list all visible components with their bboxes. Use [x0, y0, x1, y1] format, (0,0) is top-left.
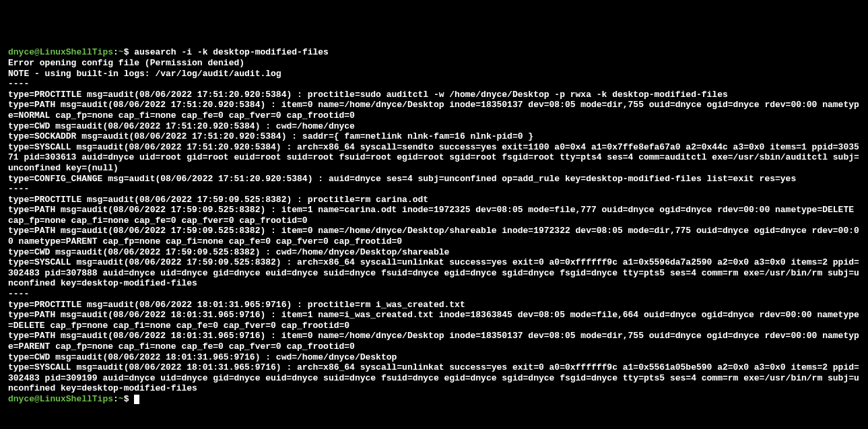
- output-line: type=PROCTITLE msg=audit(08/06/2022 17:5…: [8, 195, 428, 205]
- output-line: type=SYSCALL msg=audit(08/06/2022 18:01:…: [8, 362, 859, 393]
- output-line: type=PROCTITLE msg=audit(08/06/2022 18:0…: [8, 300, 465, 310]
- output-line: type=SOCKADDR msg=audit(08/06/2022 17:51…: [8, 131, 533, 141]
- output-line: type=SYSCALL msg=audit(08/06/2022 17:51:…: [8, 142, 859, 173]
- output-line: type=CWD msg=audit(08/06/2022 18:01:31.9…: [8, 352, 397, 362]
- prompt-sep: :: [113, 47, 119, 57]
- output-separator: ----: [8, 289, 29, 299]
- output-line: type=PATH msg=audit(08/06/2022 17:59:09.…: [8, 205, 859, 226]
- prompt-dollar: $: [124, 47, 135, 57]
- output-line: type=PROCTITLE msg=audit(08/06/2022 17:5…: [8, 90, 728, 100]
- output-line: type=CONFIG_CHANGE msg=audit(08/06/2022 …: [8, 174, 796, 184]
- output-separator: ----: [8, 184, 29, 194]
- command-text: ausearch -i -k desktop-modified-files: [134, 47, 329, 57]
- output-line: type=PATH msg=audit(08/06/2022 18:01:31.…: [8, 310, 859, 331]
- terminal-window[interactable]: dnyce@LinuxShellTips:~$ ausearch -i -k d…: [8, 47, 860, 404]
- output-line: type=PATH msg=audit(08/06/2022 17:51:20.…: [8, 100, 859, 121]
- prompt-sep: :: [113, 394, 119, 404]
- output-line: Error opening config file (Permission de…: [8, 58, 244, 68]
- output-line: type=PATH msg=audit(08/06/2022 18:01:31.…: [8, 331, 859, 352]
- prompt-dollar: $: [124, 394, 135, 404]
- output-line: NOTE - using built-in logs: /var/log/aud…: [8, 69, 281, 79]
- output-line: type=CWD msg=audit(08/06/2022 17:59:09.5…: [8, 247, 449, 257]
- output-line: type=SYSCALL msg=audit(08/06/2022 17:59:…: [8, 257, 859, 288]
- prompt-userhost: dnyce@LinuxShellTips: [8, 47, 113, 57]
- prompt-path: ~: [119, 47, 124, 57]
- output-separator: ----: [8, 79, 29, 89]
- output-line: type=PATH msg=audit(08/06/2022 17:59:09.…: [8, 226, 859, 246]
- cursor-icon: [134, 395, 139, 404]
- prompt-path: ~: [119, 394, 124, 404]
- prompt-userhost: dnyce@LinuxShellTips: [8, 394, 113, 404]
- output-line: type=CWD msg=audit(08/06/2022 17:51:20.9…: [8, 121, 355, 131]
